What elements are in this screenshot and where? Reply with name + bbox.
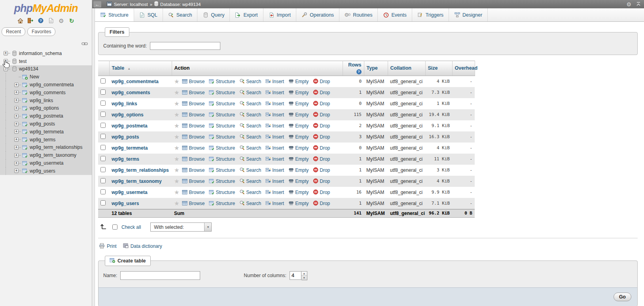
tree-item-wp9g_links[interactable]: +wp9g_links [0,97,92,105]
collapse-icon[interactable]: − [4,67,8,71]
favorite-star-icon[interactable]: ★ [174,189,179,196]
table-name-link[interactable]: wp9g_links [112,101,137,106]
row-checkbox[interactable] [100,167,106,172]
expand-icon[interactable]: + [14,114,19,118]
tree-item-wp9g_commentmeta[interactable]: +wp9g_commentmeta [0,81,92,89]
tab-query[interactable]: Query [197,8,230,21]
row-checkbox[interactable] [100,145,106,150]
tab-designer[interactable]: Designer [449,8,488,21]
table-name-link[interactable]: wp9g_termmeta [112,145,148,151]
action-drop-link[interactable]: Drop [313,156,330,162]
row-checkbox[interactable] [100,123,106,128]
row-checkbox[interactable] [100,101,106,106]
action-insert-link[interactable]: Insert [265,190,284,195]
action-empty-link[interactable]: Empty [288,179,309,184]
expand-icon[interactable]: + [4,59,8,63]
action-structure-link[interactable]: Structure [209,156,235,162]
favorite-star-icon[interactable]: ★ [174,144,179,151]
action-insert-link[interactable]: Insert [265,90,284,95]
action-structure-link[interactable]: Structure [209,179,235,184]
action-search-link[interactable]: Search [239,101,261,106]
favorite-star-icon[interactable]: ★ [174,200,179,207]
action-drop-link[interactable]: Drop [313,112,330,118]
settings-icon[interactable]: ⚙ [58,17,65,24]
tree-item-new[interactable]: New [0,73,92,81]
action-insert-link[interactable]: Insert [265,79,284,84]
action-empty-link[interactable]: Empty [288,190,309,195]
action-browse-link[interactable]: Browse [182,179,205,184]
table-name-link[interactable]: wp9g_usermeta [112,190,148,195]
expand-icon[interactable]: + [14,161,19,165]
columns-count-stepper[interactable]: ▲▼ [301,271,307,280]
collapse-navigation-button[interactable]: ← [93,1,101,8]
recent-button[interactable]: Recent [2,27,25,36]
action-search-link[interactable]: Search [239,123,261,129]
with-selected-dropdown[interactable]: With selected: ▼ [150,222,212,232]
action-search-link[interactable]: Search [239,134,261,140]
action-search-link[interactable]: Search [239,156,261,162]
table-name-link[interactable]: wp9g_commentmeta [112,79,159,84]
link-icon[interactable] [81,40,88,47]
action-drop-link[interactable]: Drop [313,201,330,206]
favorite-star-icon[interactable]: ★ [174,89,179,96]
row-checkbox[interactable] [100,89,106,95]
col-header-table[interactable]: Table▲ [109,61,172,76]
row-checkbox[interactable] [100,78,106,84]
expand-icon[interactable]: + [14,145,19,150]
action-browse-link[interactable]: Browse [182,134,205,140]
action-empty-link[interactable]: Empty [288,101,309,106]
action-structure-link[interactable]: Structure [209,134,235,140]
action-insert-link[interactable]: Insert [265,201,284,206]
action-browse-link[interactable]: Browse [182,201,205,206]
action-insert-link[interactable]: Insert [265,179,284,184]
expand-icon[interactable]: + [14,90,19,95]
action-structure-link[interactable]: Structure [209,90,235,95]
action-empty-link[interactable]: Empty [288,167,309,173]
favorite-star-icon[interactable]: ★ [174,78,179,85]
tree-item-wp9g_comments[interactable]: +wp9g_comments [0,89,92,97]
action-insert-link[interactable]: Insert [265,167,284,173]
col-header-collation[interactable]: Collation [388,61,425,76]
action-empty-link[interactable]: Empty [288,123,309,129]
stepper-up-icon[interactable]: ▲ [301,272,307,276]
columns-count-input[interactable] [290,271,301,280]
tab-routines[interactable]: ⚙⚙Routines [339,8,378,21]
favorite-star-icon[interactable]: ★ [174,167,179,173]
col-header-overhead[interactable]: Overhead [452,61,475,76]
tab-export[interactable]: Export [230,8,263,21]
tree-item-wp9g_termmeta[interactable]: +wp9g_termmeta [0,128,92,136]
tab-import[interactable]: Import [263,8,296,21]
action-empty-link[interactable]: Empty [288,79,309,84]
table-name-link[interactable]: wp9g_options [112,112,144,118]
tree-item-wp9g_usermeta[interactable]: +wp9g_usermeta [0,159,92,167]
action-browse-link[interactable]: Browse [182,90,205,95]
action-browse-link[interactable]: Browse [182,145,205,151]
favorite-star-icon[interactable]: ★ [174,122,179,129]
action-drop-link[interactable]: Drop [313,90,330,95]
tree-item-test[interactable]: +test [0,57,92,65]
table-name-input[interactable] [120,271,200,280]
action-insert-link[interactable]: Insert [265,123,284,129]
row-checkbox[interactable] [100,112,106,117]
tab-sql[interactable]: SQL [134,8,163,21]
tab-operations[interactable]: Operations [296,8,339,21]
action-browse-link[interactable]: Browse [182,79,205,84]
favorite-star-icon[interactable]: ★ [174,133,179,140]
action-structure-link[interactable]: Structure [209,112,235,118]
table-name-link[interactable]: wp9g_users [112,201,139,206]
tab-structure[interactable]: Structure [95,8,134,21]
tree-item-wp9g_postmeta[interactable]: +wp9g_postmeta [0,112,92,120]
action-drop-link[interactable]: Drop [313,145,330,151]
table-name-link[interactable]: wp9g_term_relationships [112,167,169,173]
action-structure-link[interactable]: Structure [209,101,235,106]
action-insert-link[interactable]: Insert [265,156,284,162]
action-empty-link[interactable]: Empty [288,145,309,151]
favorite-star-icon[interactable]: ★ [174,100,179,107]
expand-icon[interactable]: + [14,169,19,173]
action-browse-link[interactable]: Browse [182,123,205,129]
action-search-link[interactable]: Search [239,79,261,84]
tree-item-wp9g_term_taxonomy[interactable]: +wp9g_term_taxonomy [0,151,92,159]
table-name-link[interactable]: wp9g_terms [112,156,139,162]
table-name-link[interactable]: wp9g_posts [112,134,139,140]
action-insert-link[interactable]: Insert [265,134,284,140]
